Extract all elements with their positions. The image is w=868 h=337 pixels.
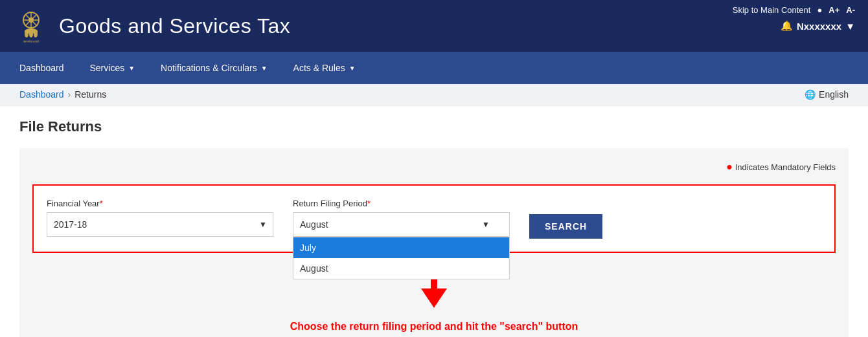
language-label: English <box>819 89 849 100</box>
font-increase[interactable]: A+ <box>828 5 839 15</box>
skip-to-main[interactable]: Skip to Main Content <box>733 5 811 15</box>
svg-text:सत्यमेव जयते: सत्यमेव जयते <box>22 39 38 43</box>
mandatory-note: ● Indicates Mandatory Fields <box>726 161 836 173</box>
breadcrumb-current: Returns <box>74 89 106 100</box>
return-period-group: Return Filing Period* August ▼ July <box>293 199 510 237</box>
nav-item-dashboard[interactable]: Dashboard <box>6 52 77 84</box>
breadcrumb-separator: › <box>68 89 71 100</box>
required-star: * <box>367 199 371 208</box>
mandatory-text: Indicates Mandatory Fields <box>735 162 836 172</box>
nav-services-label: Services <box>90 63 125 73</box>
form-box: Financial Year* 2017-18 2016-17 2015-16 … <box>32 184 836 253</box>
financial-year-select-wrapper: 2017-18 2016-17 2015-16 ▼ <box>47 212 273 237</box>
chevron-down-icon: ▼ <box>128 65 135 72</box>
nav-item-notifications[interactable]: Notifications & Circulars ▼ <box>148 52 280 84</box>
breadcrumb-bar: Dashboard › Returns 🌐 English <box>0 84 868 105</box>
financial-year-group: Financial Year* 2017-18 2016-17 2015-16 … <box>47 199 273 237</box>
form-outer: ● Indicates Mandatory Fields Financial Y… <box>19 148 849 337</box>
accessibility-bar: Skip to Main Content ● A+ A- <box>733 5 855 15</box>
username: Nxxxxxxx <box>797 21 841 32</box>
user-menu[interactable]: 🔔 Nxxxxxxx ▼ <box>781 20 855 32</box>
page-title: File Returns <box>19 118 849 135</box>
breadcrumb: Dashboard › Returns <box>19 89 106 100</box>
period-dropdown: July August <box>293 237 510 279</box>
nav-dashboard-label: Dashboard <box>19 63 64 73</box>
header-left: सत्यमेव जयते Goods and Services Tax <box>13 6 290 45</box>
mandatory-dot: ● <box>726 161 733 172</box>
period-selected-value: August <box>300 219 328 230</box>
logo: सत्यमेव जयते <box>13 6 49 45</box>
return-period-label: Return Filing Period* <box>293 199 510 208</box>
nav-acts-label: Acts & Rules <box>293 63 345 73</box>
language-selector[interactable]: 🌐 English <box>805 89 849 100</box>
financial-year-select[interactable]: 2017-18 2016-17 2015-16 <box>47 212 273 237</box>
dropdown-option-july[interactable]: July <box>293 237 509 258</box>
nav-item-services[interactable]: Services ▼ <box>77 52 148 84</box>
font-decrease[interactable]: A- <box>846 5 855 15</box>
search-button[interactable]: SEARCH <box>529 214 602 239</box>
return-period-select[interactable]: August ▼ <box>293 212 510 237</box>
user-dropdown-arrow: ▼ <box>845 21 855 32</box>
chevron-down-icon: ▼ <box>482 220 490 229</box>
instruction-text: Choose the return filing period and hit … <box>290 321 578 332</box>
nav-notifications-label: Notifications & Circulars <box>161 63 257 73</box>
dropdown-option-august[interactable]: August <box>293 258 509 279</box>
navbar: Dashboard Services ▼ Notifications & Cir… <box>0 52 868 84</box>
chevron-down-icon: ▼ <box>261 65 268 72</box>
required-star: * <box>100 199 103 208</box>
user-icon: 🔔 <box>781 20 793 32</box>
period-wrapper: August ▼ July August <box>293 212 510 237</box>
ashoka-emblem-icon: सत्यमेव जयते <box>15 8 47 44</box>
breadcrumb-dashboard[interactable]: Dashboard <box>19 89 64 100</box>
main-content: File Returns ● Indicates Mandatory Field… <box>0 105 868 337</box>
down-arrow-icon <box>421 288 447 308</box>
svg-point-9 <box>29 31 33 38</box>
svg-point-8 <box>25 31 29 38</box>
financial-year-label: Financial Year* <box>47 199 273 208</box>
chevron-down-icon: ▼ <box>349 65 356 72</box>
svg-point-10 <box>34 31 38 38</box>
contrast-toggle[interactable]: ● <box>817 5 822 15</box>
nav-item-acts[interactable]: Acts & Rules ▼ <box>280 52 369 84</box>
site-title: Goods and Services Tax <box>59 14 290 38</box>
globe-icon: 🌐 <box>805 89 816 100</box>
